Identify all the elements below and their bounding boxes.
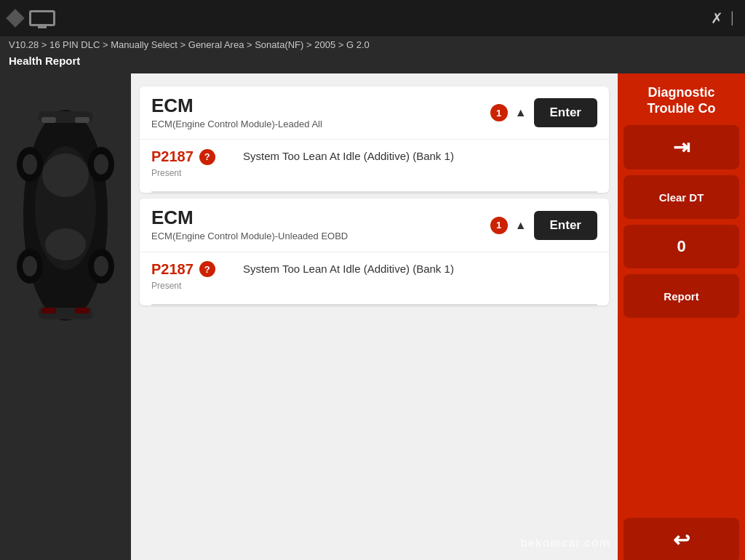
- dtc-description-2: System Too Lean At Idle (Additive) (Bank…: [243, 261, 597, 276]
- ecm-header-2: ECM ECM(Engine Control Module)-Unleaded …: [140, 199, 609, 252]
- exit-button[interactable]: ⇥: [624, 125, 739, 169]
- ecm-enter-button-1[interactable]: Enter: [534, 98, 597, 127]
- right-panel-title-line2: Trouble Co: [626, 101, 736, 117]
- dtc-left-1: P2187 ? Present: [151, 148, 231, 178]
- count-label: 0: [677, 237, 685, 256]
- back-icon: ↩: [673, 528, 690, 552]
- right-panel: Diagnostic Trouble Co ⇥ Clear DT 0 Repor…: [618, 73, 745, 560]
- count-button[interactable]: 0: [624, 225, 739, 268]
- svg-point-9: [94, 154, 108, 175]
- dtc-code-text-2: P2187: [151, 261, 194, 278]
- main-layout: ECM ECM(Engine Control Module)-Leaded Al…: [0, 73, 745, 560]
- content-panel: ECM ECM(Engine Control Module)-Leaded Al…: [131, 73, 618, 560]
- ecm-subtitle-1: ECM(Engine Control Module)-Leaded All: [151, 119, 490, 131]
- signal-icon: │: [729, 12, 736, 25]
- ecm-card-2: ECM ECM(Engine Control Module)-Unleaded …: [140, 199, 609, 305]
- watermark-text: bekomcar.com: [520, 537, 610, 549]
- ecm-title-group-2: ECM ECM(Engine Control Module)-Unleaded …: [151, 207, 490, 242]
- separator-2: [151, 304, 597, 305]
- separator-1: [151, 191, 597, 193]
- back-button[interactable]: ↩: [624, 518, 739, 560]
- screen-icon: [29, 10, 55, 26]
- diamond-icon: [6, 9, 24, 27]
- ecm-actions-2: 1 ▲ Enter: [490, 211, 597, 240]
- ecm-badge-2: 1: [490, 217, 508, 234]
- dtc-code-text-1: P2187: [151, 148, 194, 165]
- svg-point-3: [45, 228, 86, 260]
- svg-rect-15: [75, 117, 89, 123]
- caret-up-icon-2: ▲: [515, 219, 527, 232]
- dtc-left-2: P2187 ? Present: [151, 261, 231, 291]
- svg-point-10: [23, 256, 37, 276]
- dtc-row-2: P2187 ? Present System Too Lean At Idle …: [140, 252, 609, 301]
- breadcrumb-text: V10.28 > 16 PIN DLC > Manually Select > …: [9, 39, 370, 50]
- bluetooth-icon: ✗: [711, 9, 723, 27]
- ecm-badge-1: 1: [490, 104, 508, 121]
- ecm-card-1: ECM ECM(Engine Control Module)-Leaded Al…: [140, 87, 609, 193]
- dtc-row-1: P2187 ? Present System Too Lean At Idle …: [140, 140, 609, 188]
- right-panel-title-line1: Diagnostic: [626, 85, 736, 101]
- page-title: Health Report: [9, 55, 80, 67]
- right-panel-title: Diagnostic Trouble Co: [624, 79, 739, 119]
- ecm-enter-button-2[interactable]: Enter: [534, 211, 597, 240]
- clear-dtc-button[interactable]: Clear DT: [624, 175, 739, 219]
- dtc-code-group-2: P2187 ?: [151, 261, 231, 278]
- car-panel: [0, 73, 131, 560]
- ecm-subtitle-2: ECM(Engine Control Module)-Unleaded EOBD: [151, 231, 490, 243]
- question-icon-2[interactable]: ?: [199, 261, 215, 277]
- car-image: [9, 88, 122, 321]
- report-label: Report: [664, 290, 698, 303]
- breadcrumb: V10.28 > 16 PIN DLC > Manually Select > …: [0, 36, 745, 53]
- svg-rect-16: [41, 308, 56, 313]
- top-bar: ✗ │: [0, 0, 745, 36]
- dtc-status-1: Present: [151, 168, 231, 178]
- svg-point-2: [42, 153, 89, 197]
- svg-rect-17: [75, 308, 89, 313]
- ecm-title-1: ECM: [151, 95, 490, 116]
- caret-up-icon-1: ▲: [515, 106, 527, 119]
- ecm-title-2: ECM: [151, 207, 490, 228]
- clear-dtc-label: Clear DT: [659, 191, 704, 204]
- dtc-status-2: Present: [151, 281, 231, 291]
- question-icon-1[interactable]: ?: [199, 149, 215, 165]
- ecm-header-1: ECM ECM(Engine Control Module)-Leaded Al…: [140, 87, 609, 140]
- right-panel-spacer: [624, 324, 739, 512]
- svg-rect-14: [41, 117, 56, 123]
- report-button[interactable]: Report: [624, 274, 739, 318]
- exit-icon: ⇥: [673, 135, 690, 159]
- dtc-description-1: System Too Lean At Idle (Additive) (Bank…: [243, 148, 597, 164]
- watermark: bekomcar.com: [520, 537, 610, 550]
- svg-point-11: [94, 256, 108, 276]
- ecm-actions-1: 1 ▲ Enter: [490, 98, 597, 127]
- ecm-title-group-1: ECM ECM(Engine Control Module)-Leaded Al…: [151, 95, 490, 130]
- svg-point-8: [23, 154, 37, 175]
- top-bar-left: [9, 10, 55, 26]
- dtc-code-group-1: P2187 ?: [151, 148, 231, 165]
- top-bar-right: ✗ │: [711, 9, 736, 27]
- page-title-bar: Health Report: [0, 53, 745, 73]
